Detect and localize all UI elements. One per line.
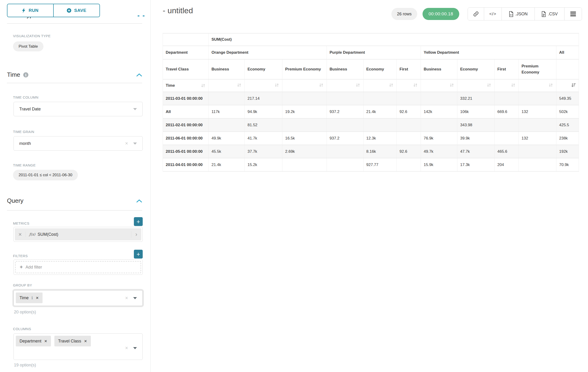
sort-icon-cell[interactable] [364, 79, 397, 92]
group-by-select[interactable]: Time i ✕ × [13, 290, 143, 306]
sort-icon-cell[interactable] [457, 79, 494, 92]
columns-label: COLUMNS [13, 327, 31, 331]
run-save-button-group: RUN SAVE [7, 4, 100, 17]
info-icon[interactable]: i [31, 296, 33, 300]
clear-icon[interactable]: × [125, 345, 128, 351]
query-section-header: Query [7, 197, 142, 204]
columns-tag-travel-class[interactable]: Travel Class ✕ [54, 336, 91, 346]
sort-icon-cell[interactable] [327, 79, 364, 92]
embed-code-button[interactable]: </> [484, 8, 502, 20]
chart-type-collapse-chevron-icon[interactable] [137, 15, 139, 17]
export-csv-button[interactable]: .CSV [535, 8, 565, 20]
caret-down-icon[interactable] [133, 347, 137, 349]
sort-icon-cell[interactable] [397, 79, 421, 92]
time-column-select[interactable]: Travel Date [13, 102, 143, 116]
cell-value [421, 118, 457, 132]
time-range-value[interactable]: 2011-01-01 ≤ col < 2011-06-30 [13, 170, 78, 181]
cell-value: 92.6 [397, 105, 421, 118]
metric-header-cell: SUM(Cost) [209, 33, 579, 46]
cell-value [494, 118, 519, 132]
caret-down-icon[interactable] [133, 297, 137, 299]
cell-value: 142k [421, 105, 457, 118]
column-header: Business [421, 59, 457, 79]
cell-value [421, 92, 457, 105]
column-header: Economy [457, 59, 494, 79]
cell-value: 76.9k [421, 132, 457, 145]
menu-button[interactable] [565, 8, 582, 20]
save-button-label: SAVE [74, 8, 86, 13]
pivot-table-body: 2011-03-01 00:00:00217.14332.21549.35All… [163, 92, 579, 171]
clear-icon[interactable]: × [125, 141, 128, 146]
cell-value: 81.52 [245, 118, 282, 132]
cell-value: 927.77 [364, 158, 397, 171]
time-section-header: Time i [7, 71, 142, 78]
time-section-title: Time [7, 71, 20, 78]
tag-label: Travel Class [58, 339, 81, 344]
expand-metric-icon[interactable]: › [131, 231, 141, 238]
table-row: 2011-03-01 00:00:00217.14332.21549.35 [163, 92, 579, 105]
cell-value: 21.4k [209, 158, 245, 171]
copy-link-button[interactable] [468, 8, 484, 20]
csv-file-icon [541, 11, 546, 17]
export-json-button[interactable]: .JSON [502, 8, 535, 20]
columns-select[interactable]: Department ✕ Travel Class ✕ × [13, 333, 143, 360]
column-header: Premium Economy [282, 59, 327, 79]
cell-value: 937.2 [327, 132, 364, 145]
save-button[interactable]: SAVE [53, 4, 99, 17]
column-group-orange-department: Orange Department [209, 46, 327, 59]
add-filter-label: Add filter [26, 265, 42, 270]
sort-icon-cell[interactable] [494, 79, 519, 92]
time-column-value: Travel Date [19, 107, 41, 112]
cell-value: 8.16k [364, 145, 397, 158]
cell-value: 106k [457, 105, 494, 118]
sort-icon-cell[interactable] [519, 79, 556, 92]
row-label: 2011-04-01 00:00:00 [163, 158, 209, 171]
cell-value: 21.4k [364, 105, 397, 118]
add-filter-dropzone[interactable]: + Add filter [15, 261, 141, 273]
visualization-type-label: VISUALIZATION TYPE [13, 34, 51, 38]
column-header: Economy [245, 59, 282, 79]
sort-icon-cell[interactable] [209, 79, 245, 92]
chart-title[interactable]: - untitled [163, 6, 193, 15]
cell-value: 132 [519, 132, 556, 145]
run-button[interactable]: RUN [7, 4, 53, 17]
sort-icon-cell[interactable] [245, 79, 282, 92]
group-by-tag-time[interactable]: Time i ✕ [16, 292, 42, 303]
travel-class-header-row: Travel Class Business Economy Premium Ec… [163, 59, 579, 79]
plus-circle-icon [67, 8, 71, 13]
cell-value [519, 118, 556, 132]
remove-tag-icon[interactable]: ✕ [36, 296, 39, 300]
chevron-up-icon[interactable] [136, 199, 142, 203]
divider [7, 23, 142, 24]
remove-metric-icon[interactable]: ✕ [15, 232, 26, 237]
cell-value: 37.7k [245, 145, 282, 158]
sort-descending-icon-cell[interactable] [556, 79, 579, 92]
add-metric-button[interactable]: + [134, 217, 143, 226]
time-grain-select[interactable]: month × [13, 136, 143, 151]
column-header: Business [327, 59, 364, 79]
remove-tag-icon[interactable]: ✕ [44, 339, 47, 343]
sort-icon-cell[interactable] [282, 79, 327, 92]
cell-value [327, 92, 364, 105]
chart-type-collapse-chevron-icon[interactable] [143, 15, 145, 17]
cell-value [397, 158, 421, 171]
columns-tag-department[interactable]: Department ✕ [16, 336, 51, 346]
tag-label: Time [20, 296, 29, 300]
sort-icon[interactable] [200, 83, 206, 88]
cell-value: 332.21 [457, 92, 494, 105]
column-header-empty [556, 59, 579, 79]
remove-tag-icon[interactable]: ✕ [84, 339, 87, 343]
clear-icon[interactable]: × [125, 296, 128, 301]
sort-icon-cell[interactable] [421, 79, 457, 92]
link-icon [473, 11, 479, 17]
add-filter-button[interactable]: + [134, 250, 143, 258]
metric-name: SUM(Cost) [38, 232, 58, 237]
cell-value: 70.9k [556, 158, 579, 171]
chevron-up-icon[interactable] [136, 73, 142, 77]
cell-value: 238k [556, 132, 579, 145]
department-header-row: Department Orange Department Purple Depa… [163, 46, 579, 59]
visualization-type-value[interactable]: Pivot Table [13, 41, 43, 51]
info-icon[interactable]: i [23, 72, 29, 78]
metric-item[interactable]: ✕ ƒ(x) SUM(Cost) › [15, 228, 141, 240]
cell-value: 49.9k [209, 132, 245, 145]
